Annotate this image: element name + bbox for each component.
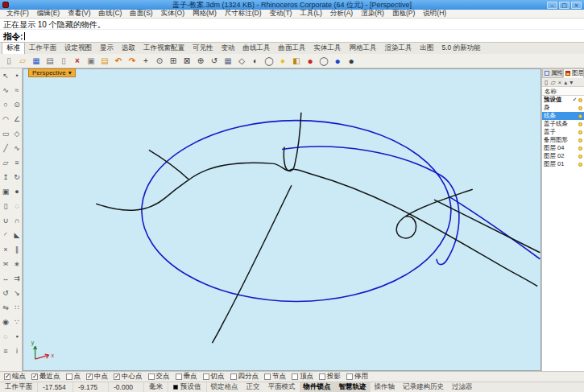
zoom-window-icon[interactable]: ⊞ bbox=[167, 55, 180, 67]
delete-icon[interactable]: × bbox=[71, 55, 84, 67]
wireframe-icon[interactable]: ◯ bbox=[263, 55, 275, 67]
menu-item[interactable]: 实体(O) bbox=[157, 9, 188, 19]
chamfer-icon[interactable]: ◣ bbox=[12, 229, 23, 241]
delete-layer-icon[interactable]: × bbox=[558, 79, 562, 86]
properties-page-icon[interactable]: ▯ bbox=[57, 55, 70, 67]
perspective-viewport[interactable]: Perspective ▾ y x bbox=[23, 68, 541, 371]
layer-visibility-bulb-icon[interactable] bbox=[578, 106, 582, 110]
plane-surface-icon[interactable]: ▱ bbox=[1, 157, 11, 168]
layer-visibility-bulb-icon[interactable] bbox=[578, 122, 582, 126]
osnap-checkbox[interactable]: ✓ 节点 bbox=[264, 372, 286, 382]
menu-item[interactable]: 曲面(S) bbox=[126, 9, 156, 19]
zoom-dynamic-icon[interactable]: ⊙ bbox=[153, 55, 166, 67]
menu-item[interactable]: 编辑(E) bbox=[33, 9, 64, 19]
copy-icon[interactable]: ▣ bbox=[85, 55, 97, 67]
menu-item[interactable]: 面板(P) bbox=[388, 9, 419, 19]
toolbar-tab[interactable]: 网格工具 bbox=[346, 43, 381, 54]
undo-icon[interactable]: ↶ bbox=[112, 55, 125, 67]
menu-item[interactable]: 曲线(C) bbox=[95, 9, 126, 19]
new-file-icon[interactable]: ▯ bbox=[2, 55, 15, 67]
ellipse-tool-icon[interactable]: ⊙ bbox=[12, 99, 23, 110]
zoom-extents-icon[interactable]: ⊠ bbox=[180, 55, 193, 67]
panel-tab[interactable]: 属性 bbox=[542, 68, 563, 78]
layer-row[interactable]: 预设值 ✓ bbox=[542, 96, 584, 104]
osnap-checkbox[interactable]: ✓ 垂点 bbox=[176, 372, 197, 382]
freeform-curve-icon[interactable]: ∿ bbox=[12, 142, 23, 154]
copy-tool-icon[interactable]: ⇉ bbox=[12, 273, 23, 284]
toolbar-tab[interactable]: 5.0 的新功能 bbox=[438, 43, 485, 54]
render-white-sphere-icon[interactable]: ◯ bbox=[317, 55, 330, 67]
status-toggle[interactable]: 平面模式 bbox=[264, 382, 300, 392]
viewport-title-tab[interactable]: Perspective ▾ bbox=[28, 68, 76, 77]
render-red-sphere-icon[interactable]: ● bbox=[304, 55, 317, 67]
polygon-tool-icon[interactable]: ◇ bbox=[12, 128, 23, 139]
osnap-checkbox[interactable]: ✓ 端点 bbox=[4, 372, 26, 382]
layer-row[interactable]: 盖子 ✓ bbox=[542, 128, 584, 136]
move-icon[interactable]: ↔ bbox=[1, 273, 11, 284]
boolean-union-icon[interactable]: ∪ bbox=[1, 215, 11, 226]
set-view-icon[interactable]: ◇ bbox=[235, 55, 248, 67]
save-icon[interactable]: ▦ bbox=[30, 55, 43, 67]
toolbar-tab[interactable]: 选取 bbox=[118, 43, 139, 54]
pan-icon[interactable]: + bbox=[139, 55, 152, 67]
menu-item[interactable]: 网格(M) bbox=[188, 9, 221, 19]
toolbar-tab[interactable]: 设定视图 bbox=[60, 43, 96, 54]
points-on-icon[interactable]: ∵ bbox=[12, 316, 23, 328]
line-tool-icon[interactable]: ╱ bbox=[1, 142, 11, 154]
osnap-checkbox[interactable]: ✓ 点 bbox=[66, 372, 81, 382]
point-tool-icon[interactable]: • bbox=[12, 70, 23, 81]
shade-icon[interactable]: ◐ bbox=[249, 55, 262, 67]
redo-icon[interactable]: ↷ bbox=[126, 55, 139, 67]
extrude-icon[interactable]: ↥ bbox=[1, 171, 11, 183]
layer-visibility-bulb-icon[interactable] bbox=[578, 138, 582, 142]
unit-display[interactable]: 毫米 bbox=[144, 382, 168, 392]
scale-icon[interactable]: ↘ bbox=[12, 287, 23, 299]
render-blue-sphere-icon[interactable]: ● bbox=[331, 55, 344, 67]
layer-row[interactable]: 图层 02 ✓ bbox=[542, 152, 584, 160]
close-button[interactable]: × bbox=[571, 2, 582, 9]
revolve-icon[interactable]: ↻ bbox=[12, 171, 23, 183]
toolbar-tab[interactable]: 出图 bbox=[416, 43, 438, 54]
menu-item[interactable]: 工具(L) bbox=[296, 9, 325, 19]
osnap-checkbox[interactable]: ✓ 中心点 bbox=[114, 372, 143, 382]
layer-row[interactable]: 盖子线条 ✓ bbox=[542, 120, 584, 128]
menu-item[interactable]: 文件(F) bbox=[2, 9, 33, 19]
split-icon[interactable]: ∥ bbox=[12, 244, 23, 255]
lock-object-icon[interactable]: ▪ bbox=[12, 331, 23, 342]
menu-item[interactable]: 说明(H) bbox=[419, 9, 450, 19]
boolean-difference-icon[interactable]: ∩ bbox=[12, 215, 23, 226]
layer-visibility-bulb-icon[interactable] bbox=[578, 98, 582, 102]
layer-row[interactable]: 线条 ✓ bbox=[542, 112, 584, 120]
circle-tool-icon[interactable]: ○ bbox=[1, 99, 11, 110]
join-icon[interactable]: ≍ bbox=[1, 258, 11, 270]
open-file-icon[interactable]: ▱ bbox=[16, 55, 29, 67]
toolbar-tab[interactable]: 实体工具 bbox=[310, 43, 346, 54]
cplane-selector[interactable]: 工作平面 bbox=[0, 382, 38, 392]
pipe-tool-icon[interactable]: ◌ bbox=[12, 200, 23, 212]
osnap-checkbox[interactable]: ✓ 停用 bbox=[346, 372, 368, 382]
toolbar-tab[interactable]: 显示 bbox=[96, 43, 118, 54]
toolbar-tab[interactable]: 工作视窗配置 bbox=[139, 43, 188, 54]
polyline-tool-icon[interactable]: ∠ bbox=[12, 113, 23, 125]
rectangle-tool-icon[interactable]: ▭ bbox=[1, 128, 11, 139]
layer-visibility-bulb-icon[interactable] bbox=[578, 163, 582, 167]
fillet-icon[interactable]: ◜ bbox=[1, 229, 11, 241]
control-curve-icon[interactable]: ∿ bbox=[1, 85, 11, 96]
new-layer-icon[interactable]: ▯ bbox=[545, 79, 548, 86]
layer-row[interactable]: 身 ✓ bbox=[542, 104, 584, 112]
command-input-line[interactable]: 指令: bbox=[0, 30, 584, 43]
menu-item[interactable]: 变动(T) bbox=[266, 9, 296, 19]
menu-item[interactable]: 查看(V) bbox=[64, 9, 94, 19]
layer-visibility-bulb-icon[interactable] bbox=[578, 146, 582, 151]
layer-visibility-bulb-icon[interactable] bbox=[578, 155, 582, 159]
loft-surface-icon[interactable]: ≡ bbox=[12, 157, 23, 168]
osnap-checkbox[interactable]: ✓ 投影 bbox=[319, 372, 341, 382]
layers-tool-icon[interactable]: ≡ bbox=[1, 345, 11, 357]
render-dark-sphere-icon[interactable]: ● bbox=[345, 55, 358, 67]
panel-tab[interactable]: 图层 bbox=[563, 68, 584, 78]
move-up-icon[interactable]: ▴ bbox=[564, 79, 567, 86]
print-icon[interactable]: ▤ bbox=[43, 55, 56, 67]
arc-tool-icon[interactable]: ◠ bbox=[1, 113, 11, 125]
status-toggle[interactable]: 过滤器 bbox=[448, 382, 477, 392]
toolbar-tab[interactable]: 标准 bbox=[2, 42, 25, 54]
